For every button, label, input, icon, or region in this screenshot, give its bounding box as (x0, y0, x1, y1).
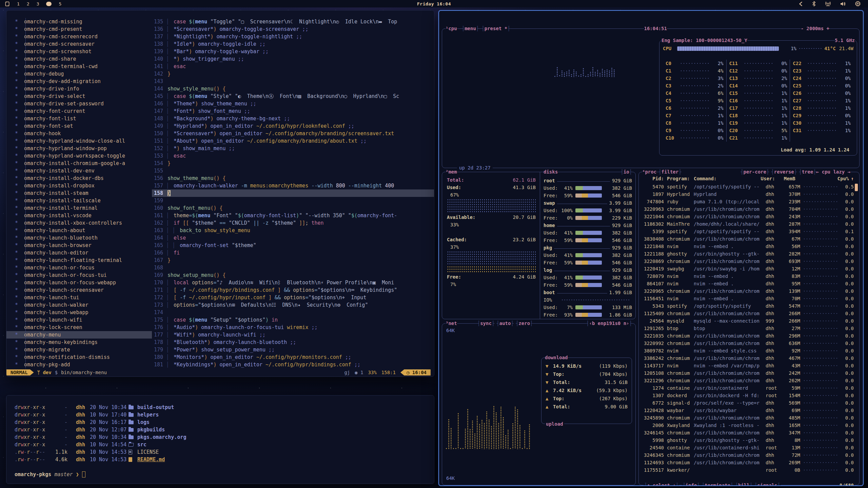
code-line[interactable]: 149▏ *Hyprland*) open_in_editor ~/.confi… (152, 122, 434, 130)
disk-entry[interactable]: log929 GiB (544, 266, 632, 274)
file-list-item[interactable]: *omarchy-launch-tui (6, 294, 152, 301)
launcher-icon[interactable] (5, 1, 10, 6)
process-row[interactable]: 1221188ghostty/usr/bin/ghostty --gtk-dhh… (642, 250, 854, 258)
process-row[interactable]: 3386242chromium/usr/lib/chromium/chromdh… (642, 354, 854, 362)
file-list-item[interactable]: *omarchy-debug (6, 70, 152, 78)
process-row[interactable]: 728079nvimnvim --embed .dhh83M0.0 (642, 272, 854, 280)
listing-row[interactable]: drwxr-xr-x-dhh20 Nov 12:07pkgbuilds (15, 426, 434, 433)
process-row[interactable]: 1124693chromium/usr/lib/chromium/chromdh… (642, 459, 854, 466)
io-button[interactable]: ┤io├ (620, 169, 632, 175)
chevron-left-icon[interactable] (798, 1, 803, 6)
cpu-chip-icon[interactable] (855, 1, 861, 6)
code-line[interactable]: 177▏ *Wifi*) omarchy-launch-wifi ;; (152, 331, 434, 339)
menu-button[interactable]: ┤menu├ (462, 25, 479, 32)
code-line[interactable]: 138▏ *Idle*) omarchy-toggle-idle ;; (152, 40, 434, 48)
process-row[interactable]: 3221035chromium/usr/lib/chromium/chromdh… (642, 332, 854, 340)
listing-row[interactable]: drwxr-xr-x-dhh20 Nov 16:17logs (15, 419, 434, 426)
code-line[interactable]: 162▏ if [[ "$theme" == "CNCLD" || -z "$t… (152, 219, 434, 227)
sync-button[interactable]: ┤sync├ (477, 320, 495, 326)
file-list-item[interactable]: *omarchy-install-xbox-controllers (6, 219, 152, 227)
code-line[interactable]: 136▏ *Screensaver*) omarchy-toggle-scree… (152, 25, 434, 33)
process-row[interactable]: 3220869chromium/usr/lib/chromium/chromdh… (642, 258, 854, 265)
disk-entry[interactable]: boot1.99 GiB (544, 289, 632, 296)
code-line[interactable]: 150▏ *Screensaver*) open_in_editor ~/.co… (152, 130, 434, 137)
code-line[interactable]: 168 (152, 264, 434, 271)
code-line[interactable]: 164▏ else (152, 234, 434, 242)
process-row[interactable]: 1175517kworker/root0B0.0 (642, 466, 854, 474)
disk-entry[interactable]: home929 GiB (544, 222, 632, 229)
file-list-item[interactable]: *omarchy-font-set (6, 122, 152, 130)
code-line[interactable]: 137▏ *Nightlight*) omarchy-toggle-nightl… (152, 33, 434, 40)
workspace-1[interactable]: 1 (17, 1, 20, 6)
process-row[interactable]: 24540containe/usr/lib/containerd-shiroot… (642, 444, 854, 451)
process-row[interactable]: 2006XwaylandXwayland :1 -rootless -dhh16… (642, 422, 854, 429)
process-row[interactable]: 1186302MainThre/home/dhh/.local/share/dh… (642, 220, 854, 228)
file-list-item[interactable]: *omarchy-cmd-present (6, 25, 152, 33)
tree-button[interactable]: ┤tree├ (799, 169, 816, 175)
disk-entry[interactable]: root929 GiB (544, 177, 632, 184)
process-row[interactable]: 3220965chromium/usr/lib/chromium/chromdh… (642, 287, 854, 295)
file-list-item[interactable]: *omarchy-menu-keybindings (6, 339, 152, 346)
listing-row[interactable]: .rw-r--r--4.6kdhh10 Nov 14:53README.md (15, 456, 434, 463)
file-list-item[interactable]: *omarchy-hyprland-workspace-toggle (6, 152, 152, 160)
process-row[interactable]: 3221044chromium/usr/lib/chromium/chromdh… (642, 213, 854, 220)
file-list-item[interactable]: *omarchy-launch-bluetooth (6, 234, 152, 242)
file-list-item[interactable]: *omarchy-launch-browser (6, 242, 152, 249)
process-row[interactable]: 3246145chromium/usr/lib/chromium/chromdh… (642, 429, 854, 436)
file-list-item[interactable]: *omarchy-cmd-screensaver (6, 40, 152, 48)
kill-button[interactable]: ┤kill├ (735, 482, 753, 486)
code-line[interactable]: 155 (152, 167, 434, 175)
file-list-item[interactable]: *omarchy-install-dropbox (6, 182, 152, 189)
file-list-item[interactable]: *omarchy-install-dev-env (6, 167, 152, 175)
disk-entry[interactable]: pkg929 GiB (544, 244, 632, 251)
file-list-item[interactable]: *omarchy-launch-or-focus (6, 264, 152, 271)
file-list-item[interactable]: *omarchy-drive-select (6, 93, 152, 100)
file-list-item[interactable]: *omarchy-hook (6, 130, 152, 137)
zero-button[interactable]: ┤zero├ (516, 320, 533, 326)
process-row[interactable]: 747804rubypuma 7.1.0 (tcp://localdhh239M… (642, 198, 854, 205)
code-line[interactable]: 179▏ *Power*) show_setup_power_menu ;; (152, 346, 434, 353)
code-line[interactable]: 176▏ *Audio*) omarchy-launch-or-focus-tu… (152, 324, 434, 331)
code-line[interactable]: 165▏ ▏ omarchy-font-set "$theme" (152, 242, 434, 249)
listing-row[interactable]: drwxr-xr-x-dhh20 Nov 10:34pkgs.omarchy.o… (15, 433, 434, 441)
file-list-item[interactable]: *omarchy-launch-wifi (6, 316, 152, 324)
process-row[interactable]: 1291265btopbtopdhh27M0.0 (642, 325, 854, 332)
file-list-item[interactable]: *omarchy-install-terminal (6, 204, 152, 212)
code-line[interactable]: 157▏ omarchy-launch-walker -m menus:omar… (152, 182, 434, 189)
filter-button[interactable]: ┤filter├ (658, 169, 681, 175)
code-line[interactable]: 141▏ esac (152, 63, 434, 70)
file-list-item[interactable]: *omarchy-cmd-screenrecord (6, 33, 152, 40)
listing-row[interactable]: drwxr-xr-x-dhh10 Nov 14:54src (15, 441, 434, 448)
reverse-button[interactable]: ┤reverse├ (771, 169, 797, 175)
terminate-button[interactable]: ┤terminate├ (702, 482, 733, 486)
code-line[interactable]: 175▏ case $(menu "Setup" "$options") in (152, 316, 434, 324)
code-line[interactable]: 143 (152, 78, 434, 85)
code-line[interactable]: 180▏ *Monitors*) open_in_editor ~/.confi… (152, 353, 434, 361)
code-line[interactable]: 153▏ esac (152, 152, 434, 160)
file-list-item[interactable]: *omarchy-cmd-terminal-cwd (6, 63, 152, 70)
process-row[interactable]: 5399spotify/opt/spotify/spotify --dhh394… (642, 228, 854, 235)
code-line[interactable]: 161▏ theme=$(menu "Font" "$(omarchy-font… (152, 212, 434, 219)
file-list-item[interactable]: *omarchy-launch-or-focus-tui (6, 271, 152, 279)
disk-entry[interactable]: swap3.99 GiB (544, 199, 632, 207)
code-line[interactable]: 147▏ *Font*) show_font_menu ;; (152, 107, 434, 115)
file-list-item[interactable]: *omarchy-launch-floating-terminal (6, 257, 152, 264)
file-list-item[interactable]: *omarchy-install-docker-dbs (6, 175, 152, 182)
code-line[interactable]: 169show_setup_menu() { (152, 271, 434, 279)
file-list-item[interactable]: *omarchy-install-vscode (6, 212, 152, 219)
auto-button[interactable]: ┤auto├ (496, 320, 514, 326)
code-line[interactable]: 144show_style_menu() { (152, 85, 434, 93)
process-row[interactable]: 6772signal-d/proc/self/exe --type=rdhh56… (642, 399, 854, 407)
process-row[interactable]: 5470spotify/opt/spotify/spotify --dhh657… (642, 183, 854, 190)
process-row[interactable]: 1307dockerd/usr/bin/dockerd -H fd:root15… (642, 392, 854, 399)
scrollbar-thumb[interactable] (855, 184, 858, 191)
file-list-item[interactable]: *omarchy-drive-info (6, 85, 152, 93)
process-row[interactable]: 1125409chromium/usr/lib/chromium/chromdh… (642, 310, 854, 317)
file-list-item[interactable]: *omarchy-menu (6, 331, 152, 339)
workspace-2[interactable]: 2 (27, 1, 29, 6)
file-list-item[interactable]: *omarchy-hyprland-window-pop (6, 145, 152, 152)
file-list-item[interactable]: *omarchy-launch-editor (6, 249, 152, 257)
process-row[interactable]: 1220419swaybg/usr/bin/swaybg -i /homdhh1… (642, 265, 854, 272)
file-list-item[interactable]: *omarchy-cmd-screenshot (6, 48, 152, 55)
process-row[interactable]: 3809782nvimnvim --embed style.cssdhh92M0… (642, 347, 854, 354)
